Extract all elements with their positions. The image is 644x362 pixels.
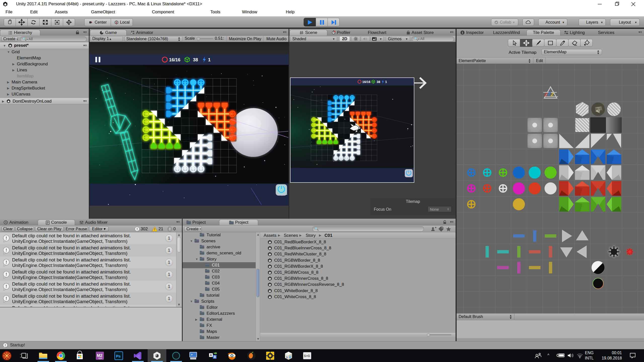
svg-text:!: !	[5, 343, 6, 347]
svg-text:Z: Z	[544, 92, 548, 97]
svg-text:!: !	[6, 284, 7, 289]
svg-text:!: !	[6, 296, 7, 301]
svg-text:16/16: 16/16	[362, 80, 371, 84]
svg-text:!: !	[169, 227, 171, 231]
svg-text:Z: Z	[551, 92, 554, 97]
svg-text:16/16: 16/16	[169, 57, 180, 62]
svg-text:!: !	[6, 248, 7, 253]
svg-text:λ: λ	[286, 355, 288, 359]
svg-text:1: 1	[385, 80, 387, 84]
svg-text:!: !	[6, 260, 7, 265]
svg-text:1: 1	[208, 57, 211, 62]
svg-text:!: !	[6, 236, 7, 241]
svg-text:A: A	[210, 353, 212, 357]
svg-text:B: B	[214, 355, 216, 359]
svg-text:S>G: S>G	[304, 354, 310, 358]
svg-text:i: i	[462, 31, 463, 34]
svg-text:!: !	[6, 272, 7, 277]
svg-text:!: !	[137, 227, 138, 231]
svg-text:Z: Z	[548, 91, 551, 96]
svg-text:sys: sys	[98, 357, 102, 359]
svg-text:!: !	[154, 228, 155, 231]
svg-text:Ps: Ps	[116, 354, 120, 358]
svg-text:38: 38	[377, 80, 380, 84]
svg-text:38: 38	[193, 57, 198, 62]
